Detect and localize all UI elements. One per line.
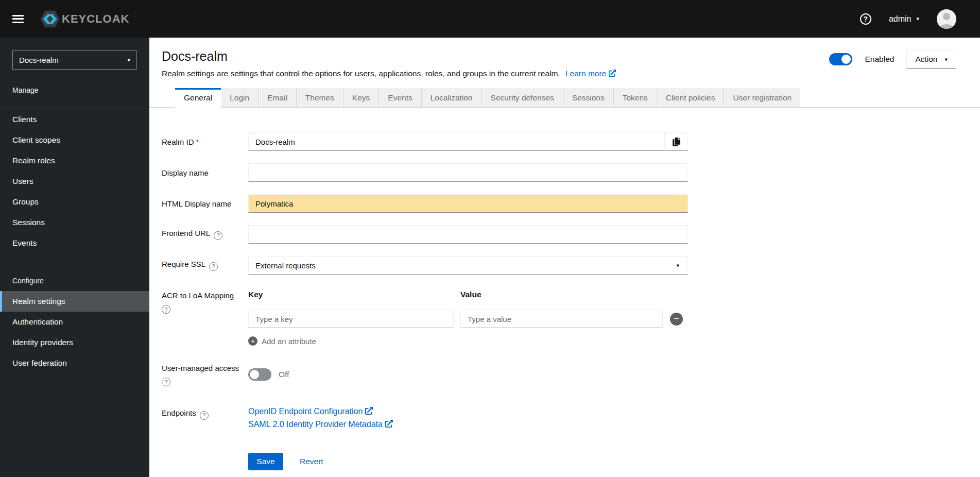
username: admin [889,14,912,24]
tab-email[interactable]: Email [259,88,297,108]
tab-user-registration[interactable]: User registration [724,88,800,108]
endpoints-label: Endpoints? [162,407,248,429]
sidebar-item-client-scopes[interactable]: Client scopes [0,130,149,150]
avatar[interactable] [937,9,956,29]
tab-themes[interactable]: Themes [297,88,343,108]
keycloak-hexagon-icon [39,9,61,29]
saml-metadata-link[interactable]: SAML 2.0 Identity Provider Metadata [248,420,688,429]
caret-down-icon: ▾ [916,16,919,22]
main-content: Docs-realm Realm settings are settings t… [149,38,980,477]
nav-section-manage: Manage [0,78,149,100]
enabled-label: Enabled [865,55,894,64]
require-ssl-select[interactable]: External requests ▾ [248,256,688,275]
frontend-url-label: Frontend URL? [162,229,248,240]
sidebar-item-clients[interactable]: Clients [0,109,149,130]
tab-keys[interactable]: Keys [343,88,379,108]
user-managed-access-state: Off [279,370,289,379]
hamburger-menu-icon[interactable] [12,15,24,23]
user-managed-access-label: User-managed access ? [162,362,248,386]
keycloak-logo: KEYCLOAK [39,9,129,29]
display-name-input[interactable] [248,163,688,182]
sidebar-item-users[interactable]: Users [0,171,149,192]
user-managed-access-toggle[interactable] [248,368,271,381]
realm-id-input[interactable] [248,132,665,151]
key-column-header: Key [248,290,460,299]
sidebar-item-authentication[interactable]: Authentication [0,312,149,332]
sidebar-item-identity-providers[interactable]: Identity providers [0,332,149,353]
nav-section-configure: Configure [0,269,149,291]
realm-enabled-toggle[interactable] [829,53,852,65]
copy-button[interactable] [665,132,688,151]
general-settings-form: Realm ID* Display name HTML Display name [149,108,980,470]
tab-client-policies[interactable]: Client policies [657,88,725,108]
require-ssl-label: Require SSL? [162,260,248,271]
html-display-name-input[interactable] [248,194,688,213]
frontend-url-input[interactable] [248,225,688,244]
revert-button[interactable]: Revert [300,457,323,466]
sidebar-nav: Docs-realm ▾ Manage Clients Client scope… [0,38,149,477]
caret-down-icon: ▾ [676,263,679,268]
realm-settings-tabs: General Login Email Themes Keys Events L… [149,88,980,108]
realm-selector-value: Docs-realm [19,56,59,64]
sidebar-item-realm-roles[interactable]: Realm roles [0,150,149,171]
external-link-icon [385,420,393,428]
learn-more-link[interactable]: Learn more [565,69,616,78]
tab-security-defenses[interactable]: Security defenses [482,88,563,108]
brand-name: KEYCLOAK [62,12,129,26]
caret-down-icon: ▾ [127,57,130,63]
external-link-icon [609,70,616,77]
sidebar-item-sessions[interactable]: Sessions [0,212,149,233]
action-dropdown[interactable]: Action ▾ [906,50,956,69]
require-ssl-value: External requests [255,261,316,270]
help-icon[interactable]: ? [200,411,209,420]
required-marker: * [196,138,199,146]
page-description: Realm settings are settings that control… [162,69,956,78]
value-column-header: Value [460,290,673,299]
tab-general[interactable]: General [175,88,221,108]
help-icon[interactable]: ? [209,262,218,271]
realm-id-label: Realm ID* [162,138,248,146]
openid-endpoint-configuration-link[interactable]: OpenID Endpoint Configuration [248,407,688,416]
html-display-name-label: HTML Display name [162,199,248,208]
acr-loa-mapping-label: ACR to LoA Mapping ? [162,290,248,346]
sidebar-item-groups[interactable]: Groups [0,192,149,212]
help-icon[interactable]: ? [162,378,170,386]
realm-selector[interactable]: Docs-realm ▾ [12,50,137,70]
add-attribute-button[interactable]: + Add an attribute [248,336,688,346]
display-name-label: Display name [162,168,248,177]
caret-down-icon: ▾ [944,57,948,62]
sidebar-item-user-federation[interactable]: User federation [0,353,149,373]
help-icon[interactable]: ? [162,305,170,314]
copy-icon [672,138,681,146]
masthead: KEYCLOAK ? admin ▾ [0,0,980,38]
help-icon[interactable]: ? [860,13,871,25]
user-dropdown[interactable]: admin ▾ [889,14,919,24]
person-icon [937,9,956,29]
plus-circle-icon: + [248,336,257,346]
remove-attribute-button minus-circle-icon[interactable]: − [670,313,683,326]
help-icon[interactable]: ? [214,231,222,240]
sidebar-item-realm-settings[interactable]: Realm settings [0,291,149,312]
acr-value-input[interactable] [460,310,663,328]
save-button[interactable]: Save [248,453,283,470]
tab-localization[interactable]: Localization [422,88,482,108]
tab-login[interactable]: Login [221,88,259,108]
tab-tokens[interactable]: Tokens [614,88,657,108]
sidebar-item-events[interactable]: Events [0,233,149,253]
acr-key-input[interactable] [248,310,454,328]
external-link-icon [365,407,373,415]
tab-events[interactable]: Events [379,88,421,108]
tab-sessions[interactable]: Sessions [563,88,614,108]
